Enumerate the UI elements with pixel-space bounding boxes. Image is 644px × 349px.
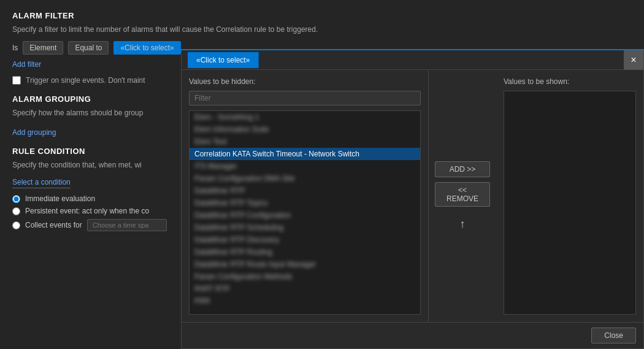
hidden-values-list[interactable]: Elem - Something 1Elem Information Suite… <box>189 110 421 315</box>
select-condition-link[interactable]: Select a condition <box>12 177 71 188</box>
trigger-checkbox[interactable] <box>12 76 21 85</box>
list-item[interactable]: DataMiner RTP Configuration <box>190 209 420 221</box>
list-item[interactable]: DataMiner RTP Route Input Manager <box>190 258 420 270</box>
immediate-eval-label: Immediate evaluation <box>25 194 95 203</box>
persistent-event-radio[interactable] <box>12 207 20 215</box>
values-hidden-panel: Values to be hidden: Elem - Something 1E… <box>182 70 429 322</box>
list-item[interactable]: DataMiner RTP Routing <box>190 246 420 258</box>
list-item[interactable]: Correlation KATA Switch Timeout - Networ… <box>190 148 420 160</box>
cursor-indicator: ↑ <box>460 218 466 231</box>
add-button[interactable]: ADD >> <box>435 161 490 177</box>
modal-body: Values to be hidden: Elem - Something 1E… <box>182 70 643 322</box>
modal-close-button[interactable]: × <box>624 50 643 70</box>
element-dropdown[interactable]: Element <box>23 41 63 55</box>
list-item[interactable]: DataMiner RTP <box>190 185 420 197</box>
persistent-event-label: Persistent event: act only when the co <box>25 207 149 215</box>
modal-footer: Close <box>182 322 643 348</box>
equal-to-dropdown[interactable]: Equal to <box>68 41 109 55</box>
list-item[interactable]: DataMiner RTP Topics <box>190 197 420 209</box>
list-item[interactable]: Param Configuration Methods <box>190 270 420 283</box>
alarm-filter-desc: Specify a filter to limit the number of … <box>12 25 632 34</box>
modal-action-buttons: ADD >> << REMOVE ↑ <box>429 70 496 322</box>
collect-events-radio[interactable] <box>12 221 20 229</box>
values-shown-label: Values to be shown: <box>504 77 636 86</box>
selected-value-tag[interactable]: «Click to select» <box>113 41 180 55</box>
list-item[interactable]: DataMiner RTP Discovery <box>190 234 420 246</box>
values-modal: «Click to select» × Values to be hidden:… <box>181 49 644 349</box>
list-item[interactable]: DataMiner RTP Scheduling <box>190 221 420 234</box>
trigger-label: Trigger on single events. Don't maint <box>26 76 145 85</box>
remove-button[interactable]: << REMOVE <box>435 182 490 207</box>
shown-values-list[interactable] <box>504 91 636 315</box>
modal-tab[interactable]: «Click to select» <box>188 52 259 68</box>
time-span-input[interactable] <box>87 219 167 231</box>
values-hidden-label: Values to be hidden: <box>189 77 421 86</box>
list-item[interactable]: Elem - Something 1 <box>190 111 420 123</box>
list-item[interactable]: PRR <box>190 295 420 307</box>
collect-events-label: Collect events for <box>25 221 82 229</box>
list-item[interactable]: ITS Manager <box>190 160 420 172</box>
list-item[interactable]: PART RTP <box>190 283 420 295</box>
list-item[interactable]: Elem Information Suite <box>190 123 420 136</box>
immediate-eval-radio[interactable] <box>12 195 20 203</box>
add-filter-link[interactable]: Add filter <box>12 60 41 69</box>
values-shown-panel: Values to be shown: <box>496 70 643 322</box>
modal-top-bar: «Click to select» × <box>182 50 643 70</box>
list-item[interactable]: Elem Test <box>190 136 420 148</box>
filter-input[interactable] <box>189 91 421 105</box>
is-label: Is <box>12 44 18 52</box>
add-grouping-link[interactable]: Add grouping <box>12 128 56 137</box>
list-item[interactable]: Param Configuration DMA Site <box>190 172 420 185</box>
alarm-filter-title: ALARM FILTER <box>12 11 632 20</box>
close-button[interactable]: Close <box>591 328 636 343</box>
